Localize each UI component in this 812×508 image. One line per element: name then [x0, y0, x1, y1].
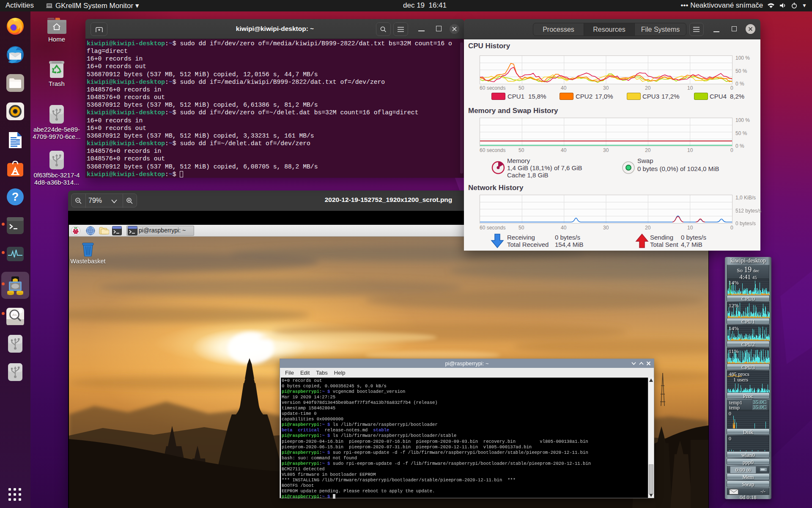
svg-text:?: ?: [12, 190, 19, 203]
